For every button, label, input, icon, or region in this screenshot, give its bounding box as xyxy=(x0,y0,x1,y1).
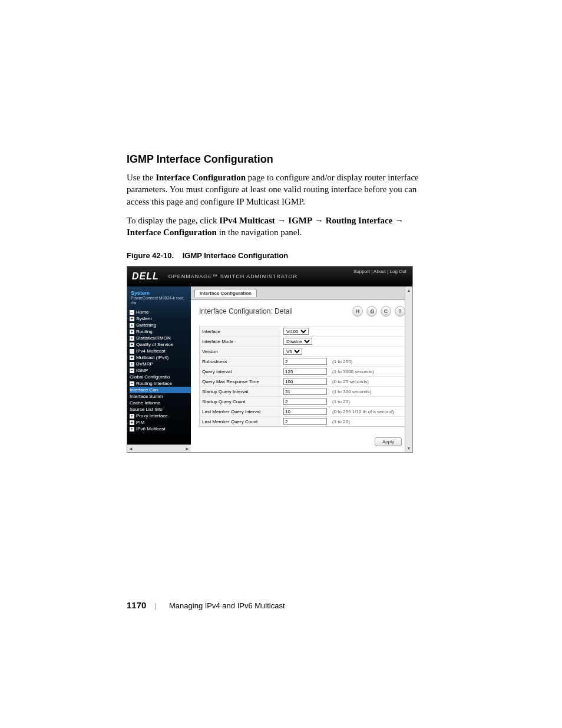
tree-proxy-interface[interactable]: Proxy Interface xyxy=(130,413,191,419)
tree-ipv6-multicast[interactable]: IPv6 Multicast xyxy=(130,426,191,432)
field-hint: (1 to 20) xyxy=(330,417,405,427)
refresh-icon[interactable]: C xyxy=(381,306,391,317)
field-input[interactable] xyxy=(283,398,327,405)
save-icon[interactable]: H xyxy=(352,306,363,317)
field-input[interactable] xyxy=(283,368,327,375)
plus-icon xyxy=(130,362,134,367)
field-label: Startup Query Count xyxy=(200,397,282,407)
tree-stats[interactable]: Statistics/RMON xyxy=(130,335,191,341)
p2-post: in the navigation panel. xyxy=(217,228,302,237)
field-control-cell xyxy=(281,397,330,407)
tree-routing-interface[interactable]: Routing Interface xyxy=(130,380,191,387)
tree-system[interactable]: System xyxy=(130,315,191,322)
chapter-title: Managing IPv4 and IPv6 Multicast xyxy=(169,601,285,610)
main-panel: Interface Configuration Interface Config… xyxy=(191,286,412,452)
form-row: Startup Query Count(1 to 20) xyxy=(200,397,405,407)
scroll-left-icon[interactable]: ◄ xyxy=(128,446,133,452)
section-heading: IGMP Interface Configuration xyxy=(127,153,435,166)
minus-icon xyxy=(130,349,134,354)
plus-icon xyxy=(130,336,134,341)
field-control-cell: Vl100 xyxy=(281,327,330,337)
figure-number: Figure 42-10. xyxy=(127,251,174,260)
arrow-icon: → xyxy=(395,215,404,225)
field-label: Query Max Response Time xyxy=(200,377,282,387)
field-select[interactable]: Disable xyxy=(283,338,312,345)
plus-icon xyxy=(130,317,134,321)
field-input[interactable] xyxy=(283,358,327,365)
tree-pim[interactable]: PIM xyxy=(130,419,191,426)
field-label: Last Member Query Count xyxy=(200,417,282,427)
page-footer: 1170 | Managing IPv4 and IPv6 Multicast xyxy=(127,600,285,610)
p2-b4: Interface Configuration xyxy=(127,228,217,237)
figure-title: IGMP Interface Configuration xyxy=(183,251,289,260)
field-hint: (1 to 300 seconds) xyxy=(330,387,405,397)
field-label: Startup Query Interval xyxy=(200,387,282,397)
field-label: Last Member Query Interval xyxy=(200,407,282,417)
scroll-down-icon[interactable]: ▾ xyxy=(408,446,410,451)
nav-sidebar: System PowerConnect M8024-k root, r/w Ho… xyxy=(127,286,191,452)
form-row: Startup Query Interval(1 to 300 seconds) xyxy=(200,387,405,397)
config-form-table: InterfaceVl100Interface ModeDisableVersi… xyxy=(199,326,405,427)
field-hint: (0 to 255 1/10 th of a second) xyxy=(330,407,405,417)
tree-global-config[interactable]: Global Configuratio xyxy=(130,374,191,380)
tree-switching[interactable]: Switching xyxy=(130,322,191,328)
print-icon[interactable]: ⎙ xyxy=(366,306,377,317)
tab-bar: Interface Configuration xyxy=(191,286,412,300)
field-label: Interface xyxy=(200,327,282,337)
form-row: Interface ModeDisable xyxy=(200,337,405,347)
tree-dvmrp[interactable]: DVMRP xyxy=(130,361,191,367)
nav-tree: Home System Switching Routing Statistics… xyxy=(127,309,191,432)
field-hint: (1 to 3600 seconds) xyxy=(330,367,405,377)
field-input[interactable] xyxy=(283,378,327,385)
form-row: Query Interval(1 to 3600 seconds) xyxy=(200,367,405,377)
plus-icon xyxy=(130,330,134,334)
form-row: Robustness(1 to 255) xyxy=(200,357,405,367)
footer-divider: | xyxy=(154,601,156,610)
scroll-up-icon[interactable]: ▴ xyxy=(408,288,410,293)
field-input[interactable] xyxy=(283,388,327,395)
field-select[interactable]: Vl100 xyxy=(283,328,309,335)
tab-interface-configuration[interactable]: Interface Configuration xyxy=(194,289,257,297)
field-hint: (1 to 255) xyxy=(330,357,405,367)
field-label: Query Interval xyxy=(200,367,282,377)
app-title: OPENMANAGE™ SWITCH ADMINISTRATOR xyxy=(168,274,297,279)
tree-cache-info[interactable]: Cache Informa xyxy=(130,400,191,406)
tree-igmp[interactable]: IGMP xyxy=(130,367,191,374)
tree-multicast-ipv4[interactable]: Multicast (IPv4) xyxy=(130,354,191,361)
help-icon[interactable]: ? xyxy=(395,306,405,317)
minus-icon xyxy=(130,310,134,315)
minus-icon xyxy=(130,368,134,373)
tree-source-list[interactable]: Source List Info xyxy=(130,406,191,413)
tree-qos[interactable]: Quality of Service xyxy=(130,341,191,348)
page-number: 1170 xyxy=(127,600,146,610)
main-v-scrollbar[interactable]: ▴ ▾ xyxy=(405,286,412,452)
figure-caption: Figure 42-10. IGMP Interface Configurati… xyxy=(127,251,435,260)
field-input[interactable] xyxy=(283,408,327,415)
field-input[interactable] xyxy=(283,418,327,425)
plus-icon xyxy=(130,414,134,419)
arrow-icon: → xyxy=(315,215,323,225)
plus-icon xyxy=(130,355,134,360)
intro-paragraph-2: To display the page, click IPv4 Multicas… xyxy=(127,215,435,239)
arrow-icon: → xyxy=(277,215,286,225)
header-links[interactable]: Support | About | Log Out xyxy=(353,269,406,274)
tree-home[interactable]: Home xyxy=(130,309,191,315)
tree-interface-summary[interactable]: Interface Summ xyxy=(130,393,191,400)
plus-icon xyxy=(130,427,134,431)
field-control-cell xyxy=(281,367,330,377)
tree-ipv4-multicast[interactable]: IPv4 Multicast xyxy=(130,348,191,354)
plus-icon xyxy=(130,342,134,347)
app-header: DELL OPENMANAGE™ SWITCH ADMINISTRATOR Su… xyxy=(127,266,412,286)
tree-routing[interactable]: Routing xyxy=(130,328,191,335)
form-row: Query Max Response Time(0 to 25 seconds) xyxy=(200,377,405,387)
scroll-right-icon[interactable]: ► xyxy=(185,446,190,452)
screenshot-window: DELL OPENMANAGE™ SWITCH ADMINISTRATOR Su… xyxy=(127,266,413,453)
field-select[interactable]: V3 xyxy=(283,348,302,355)
apply-button[interactable]: Apply xyxy=(375,437,402,446)
field-control-cell xyxy=(281,357,330,367)
tree-interface-config[interactable]: Interface Con xyxy=(130,387,191,393)
form-row: Last Member Query Interval(0 to 255 1/10… xyxy=(200,407,405,417)
intro-paragraph-1: Use the Interface Configuration page to … xyxy=(127,172,435,207)
p2-pre: To display the page, click xyxy=(127,216,219,225)
sidebar-h-scrollbar[interactable]: ◄ ► xyxy=(127,444,191,452)
